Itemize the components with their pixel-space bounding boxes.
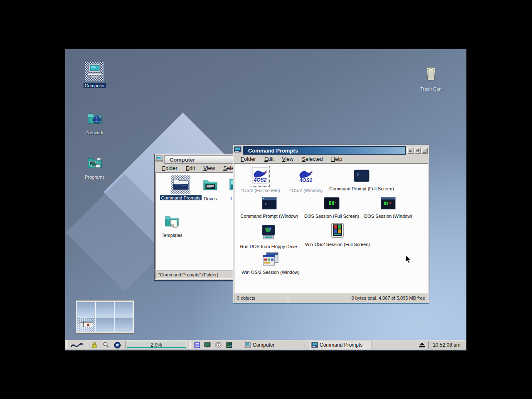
item-label: Win-OS/2 Session (Window) (241, 270, 299, 275)
folder-item-label: Templates (162, 233, 182, 238)
window-title[interactable]: Command Prompts (243, 146, 406, 155)
pager-cell[interactable] (96, 318, 114, 332)
task-button-label: Command Prompts (320, 342, 362, 348)
desktop-icon-computer[interactable]: Computer (74, 62, 116, 89)
task-button-computer[interactable]: Computer (242, 341, 305, 349)
cpu-meter[interactable]: 2.0% (126, 341, 187, 349)
command-prompts-window-icon[interactable] (234, 146, 241, 155)
pager-grid (77, 302, 133, 332)
desktop-icon-label: Network (86, 130, 103, 135)
taskbar: 2.0% (65, 340, 466, 350)
desktop[interactable]: Computer Network (65, 49, 466, 350)
network-icon (86, 109, 104, 128)
win-os2-window-icon (261, 251, 280, 268)
command-prompts-window[interactable]: Command Prompts Folder Edit View Selecte… (233, 145, 429, 304)
command-prompt-window-icon (261, 196, 278, 212)
item-win-os2-session-full-screen[interactable]: Win-OS/2 Session (Full Screen) (302, 222, 373, 248)
computer-icon (85, 62, 104, 81)
desktop-icon-trash-can[interactable]: Trash Can (410, 65, 452, 92)
item-command-prompt-window[interactable]: Command Prompt (Window) (238, 196, 301, 219)
templates-icon (164, 213, 180, 231)
drives-icon (202, 177, 219, 195)
window-list-button[interactable] (192, 341, 202, 349)
item-label: Win-OS/2 Session (Full Screen) (305, 242, 370, 247)
command-prompts-folder-icon (171, 175, 190, 194)
item-command-prompt-full-screen[interactable]: Command Prompt (Full Screen) (326, 169, 397, 192)
taskbar-clock[interactable]: 10:52:08 am (428, 341, 465, 349)
menu-edit[interactable]: Edit (182, 165, 199, 172)
item-label: Run DOS from Floppy Drive (240, 244, 297, 249)
start-button[interactable] (66, 341, 87, 349)
item-label: DOS Session (Window) (364, 214, 412, 219)
alarm-icon (215, 342, 222, 348)
menu-folder[interactable]: Folder (236, 155, 260, 163)
task-button-command-prompts[interactable]: Command Prompts (309, 341, 372, 349)
menu-folder[interactable]: Folder (158, 165, 182, 172)
svg-text:4OS2: 4OS2 (299, 177, 313, 183)
lock-button[interactable] (89, 341, 99, 349)
menu-view[interactable]: View (199, 165, 219, 172)
folder-item-command-prompts[interactable]: Command Prompts (158, 175, 204, 201)
svg-text:os: os (310, 171, 313, 174)
command-menubar: Folder Edit View Selected Help (234, 155, 428, 163)
globe-button[interactable] (112, 341, 122, 349)
tray-monitor-button[interactable] (203, 341, 212, 349)
item-label: Command Prompt (Window) (241, 214, 298, 219)
window-restore-button[interactable] (414, 148, 421, 154)
padlock-icon (91, 342, 98, 348)
folder-item-label: Command Prompts (160, 195, 202, 200)
item-win-os2-session-window[interactable]: Win-OS/2 Session (Window) (239, 251, 302, 276)
pager-cell[interactable] (96, 302, 114, 317)
folder-item-templates[interactable]: Templates (158, 213, 187, 239)
item-label: Command Prompt (Full Screen) (329, 186, 394, 191)
win-os2-full-icon (330, 222, 345, 240)
disk-space-status: 0 bytes total, 4,067 of 5,095 MB free (289, 294, 428, 302)
item-dos-session-full-screen[interactable]: DOS Session (Full Screen) (300, 196, 363, 219)
window-minimize-button[interactable] (407, 148, 414, 154)
clock-label: 10:52:08 am (433, 342, 461, 348)
floppy-dos-icon (259, 224, 278, 242)
window-list-icon (194, 342, 200, 348)
item-dos-session-window[interactable]: DOS Session (Window) (357, 196, 420, 219)
desktop-grid-icon (226, 342, 232, 348)
window-maximize-button[interactable] (421, 148, 428, 154)
pager-cell-active[interactable] (77, 318, 95, 332)
computer-task-icon (244, 342, 251, 348)
dos-session-window-icon (380, 196, 397, 212)
pager-cell[interactable] (115, 318, 133, 332)
pager-cell[interactable] (77, 302, 95, 317)
object-count: 9 objects (234, 294, 288, 302)
find-button[interactable] (101, 341, 111, 349)
menu-view[interactable]: View (278, 155, 298, 163)
pager-cell[interactable] (115, 302, 133, 317)
ecs-logo-icon (70, 342, 84, 348)
task-button-label: Computer (253, 342, 275, 348)
desktop-icon-label: Computer (84, 83, 106, 88)
menu-selected[interactable]: Selected (298, 155, 327, 163)
command-prompt-full-icon (353, 169, 370, 185)
item-run-dos-from-floppy-drive[interactable]: Run DOS from Floppy Drive (237, 224, 300, 250)
mouse-cursor (405, 255, 411, 264)
desktop-icon-label: Trash Can (421, 86, 442, 91)
4os2-icon: os 4OS2 (297, 167, 315, 186)
search-icon (103, 342, 109, 348)
tray-alarm-button[interactable] (214, 341, 223, 349)
computer-window-icon[interactable] (155, 155, 163, 164)
tray-desktop-button[interactable] (224, 341, 234, 349)
menu-edit[interactable]: Edit (260, 155, 278, 163)
virtual-desktop-pager[interactable] (76, 300, 134, 334)
pager-mini-window (83, 321, 93, 327)
eject-icon (419, 342, 425, 347)
dos-session-full-icon (323, 196, 340, 212)
eject-button[interactable] (417, 341, 427, 349)
globe-icon (114, 342, 121, 349)
desktop-icon-programs[interactable]: Programs (74, 154, 116, 180)
svg-text:4OS2: 4OS2 (254, 177, 267, 183)
folder-item-label: Drives (204, 196, 217, 201)
item-label: DOS Session (Full Screen) (304, 214, 359, 219)
desktop-icon-network[interactable]: Network (74, 109, 116, 136)
svg-text:os: os (264, 171, 267, 173)
menu-help[interactable]: Help (327, 155, 347, 163)
command-window-content: os 4OS2 4OS/2 (Full screen) os 4OS2 (234, 163, 428, 293)
folder-item-drives[interactable]: Drives (198, 177, 223, 202)
